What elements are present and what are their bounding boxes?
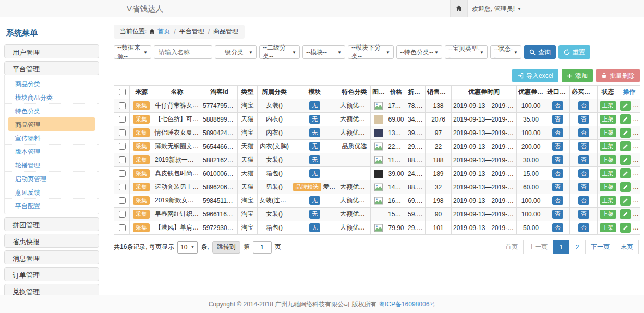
- must-buy-toggle[interactable]: 否: [578, 223, 589, 232]
- edit-button[interactable]: [620, 182, 631, 192]
- sidebar-item-platform-mgmt[interactable]: 平台管理: [4, 61, 99, 75]
- status-badge[interactable]: 上架: [600, 115, 616, 124]
- bulk-delete-button[interactable]: 批量删除: [596, 69, 640, 82]
- import-select-toggle[interactable]: 否: [552, 115, 563, 124]
- row-checkbox[interactable]: [119, 156, 126, 163]
- edit-button[interactable]: [620, 155, 631, 165]
- status-badge[interactable]: 上架: [600, 128, 616, 137]
- import-select-toggle[interactable]: 否: [552, 169, 563, 178]
- top-header: V省钱达人 欢迎您, 管理员! ▼: [0, 0, 644, 17]
- status-badge[interactable]: 上架: [600, 196, 616, 205]
- row-checkbox[interactable]: [119, 197, 126, 204]
- product-name-input[interactable]: [154, 45, 212, 59]
- status-badge[interactable]: 上架: [600, 183, 616, 191]
- page-button[interactable]: 下一页: [585, 240, 615, 254]
- import-select-toggle[interactable]: 否: [552, 128, 563, 137]
- edit-button[interactable]: [620, 168, 631, 178]
- filter-select[interactable]: --模块下分类--▼: [348, 45, 394, 59]
- select-all-checkbox[interactable]: [119, 89, 126, 95]
- filter-select-value: --宝贝类型--: [448, 44, 480, 61]
- row-checkbox[interactable]: [119, 129, 126, 136]
- import-select-toggle[interactable]: 否: [552, 101, 563, 110]
- sidebar-subitem-link[interactable]: 特色分类: [5, 104, 99, 117]
- icp-link[interactable]: 粤ICP备16098006号: [379, 300, 435, 309]
- icon-cell: [371, 153, 386, 167]
- sidebar-subitem-link[interactable]: 宣传物料: [5, 131, 99, 145]
- status-badge[interactable]: 上架: [600, 169, 616, 178]
- per-page-select[interactable]: 10 ▼: [177, 241, 198, 254]
- must-buy-toggle[interactable]: 否: [578, 128, 589, 137]
- filter-select[interactable]: --模块--▼: [302, 45, 345, 59]
- filter-select[interactable]: --数据来源--▼: [114, 45, 151, 59]
- import-select-toggle[interactable]: 否: [552, 210, 563, 219]
- product-name-cell: 薄款无钢圈文胸聚拢性...: [153, 140, 201, 153]
- edit-button[interactable]: [620, 101, 631, 111]
- must-buy-toggle[interactable]: 否: [578, 115, 589, 124]
- must-buy-toggle[interactable]: 否: [578, 142, 589, 151]
- edit-button[interactable]: [620, 196, 631, 206]
- status-badge[interactable]: 上架: [600, 155, 616, 164]
- edit-button[interactable]: [620, 223, 631, 233]
- edit-button[interactable]: [620, 114, 631, 124]
- row-checkbox[interactable]: [119, 184, 126, 190]
- edit-button[interactable]: [620, 209, 631, 219]
- sidebar-subitem-link[interactable]: 版本管理: [5, 145, 99, 158]
- edit-button[interactable]: [620, 141, 631, 151]
- discount-price-cell: 34.00: [406, 113, 426, 126]
- import-select-toggle[interactable]: 否: [552, 223, 563, 232]
- edit-button[interactable]: [620, 128, 631, 138]
- sidebar-subitem-link[interactable]: 启动页管理: [5, 172, 99, 185]
- home-shortcut[interactable]: [450, 0, 468, 17]
- sidebar-subitem-link[interactable]: 商品分类: [5, 77, 99, 90]
- sidebar-item-user-mgmt[interactable]: 用户管理: [4, 44, 99, 58]
- row-checkbox[interactable]: [119, 143, 126, 150]
- sidebar-subitem-link[interactable]: 模块商品分类: [5, 90, 99, 104]
- row-checkbox[interactable]: [119, 211, 126, 218]
- sidebar-subitem-link[interactable]: 意见反馈: [5, 185, 99, 199]
- filter-select[interactable]: --特色分类--▼: [396, 45, 442, 59]
- must-buy-toggle[interactable]: 否: [578, 196, 589, 205]
- sidebar-subitem-link[interactable]: 轮播管理: [5, 158, 99, 172]
- sidebar-item-section[interactable]: 拼团管理: [4, 217, 99, 231]
- filter-select-value: --数据来源--: [117, 43, 143, 61]
- sidebar-subitem-active[interactable]: 商品管理: [8, 117, 95, 131]
- breadcrumb-home-link[interactable]: 首页: [157, 27, 170, 36]
- page-button[interactable]: 末页: [615, 240, 639, 254]
- filter-select[interactable]: --二级分类--▼: [259, 45, 300, 59]
- jump-page-input[interactable]: [253, 241, 272, 254]
- filter-select[interactable]: --状态--▼: [490, 45, 521, 59]
- status-badge[interactable]: 上架: [600, 101, 616, 110]
- row-checkbox[interactable]: [119, 224, 126, 231]
- row-checkbox[interactable]: [119, 116, 126, 123]
- must-buy-toggle[interactable]: 否: [578, 155, 589, 164]
- must-buy-toggle[interactable]: 否: [578, 101, 589, 110]
- filter-select[interactable]: --宝贝类型--▼: [445, 45, 488, 59]
- page-button[interactable]: 1: [553, 240, 569, 254]
- import-select-toggle[interactable]: 否: [552, 155, 563, 164]
- must-buy-toggle[interactable]: 否: [578, 210, 589, 219]
- sidebar-item-section[interactable]: 省惠快报: [4, 234, 99, 248]
- sidebar-item-section[interactable]: 消息管理: [4, 250, 99, 264]
- sidebar-subitem-link[interactable]: 平台配置: [5, 199, 99, 212]
- reset-button[interactable]: 重置: [558, 45, 590, 59]
- import-select-toggle[interactable]: 否: [552, 196, 563, 205]
- add-button[interactable]: 添加: [562, 69, 593, 82]
- row-checkbox[interactable]: [119, 170, 126, 177]
- feature-category-cell: 大额优惠券: [338, 99, 371, 113]
- page-button[interactable]: 2: [569, 240, 586, 254]
- import-select-toggle[interactable]: 否: [552, 142, 563, 151]
- must-buy-toggle[interactable]: 否: [578, 169, 589, 178]
- filter-select-value: --特色分类--: [400, 48, 433, 57]
- import-select-toggle[interactable]: 否: [552, 183, 563, 191]
- search-button[interactable]: 查询: [524, 45, 556, 59]
- jump-to-button[interactable]: 跳转到: [212, 241, 240, 254]
- sidebar-item-section[interactable]: 订单管理: [4, 267, 99, 281]
- filter-select[interactable]: 一级分类▼: [215, 45, 257, 59]
- status-badge[interactable]: 上架: [600, 223, 616, 232]
- status-badge[interactable]: 上架: [600, 210, 616, 219]
- row-checkbox[interactable]: [119, 102, 126, 109]
- must-buy-toggle[interactable]: 否: [578, 183, 589, 191]
- user-menu[interactable]: 欢迎您, 管理员! ▼: [472, 5, 521, 14]
- import-excel-button[interactable]: 导入excel: [512, 69, 558, 82]
- status-badge[interactable]: 上架: [600, 142, 616, 151]
